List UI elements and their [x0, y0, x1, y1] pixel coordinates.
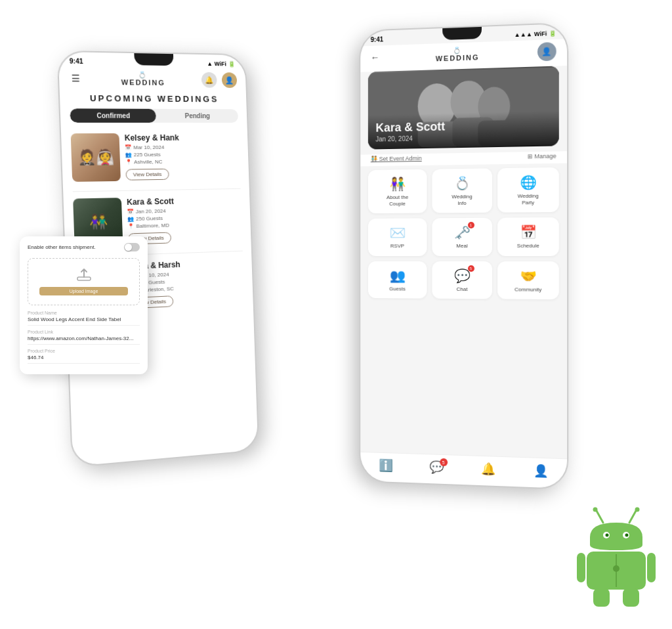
grid-item-couple[interactable]: 👫 About theCouple — [368, 169, 427, 213]
nav-chat[interactable]: 💬 5 — [429, 460, 444, 475]
back-button[interactable]: ← — [371, 52, 380, 62]
svg-point-15 — [625, 534, 629, 537]
svg-point-11 — [635, 508, 640, 512]
upload-icon — [28, 268, 139, 284]
guests-menu-icon: 👥 — [372, 268, 423, 284]
screen-right: 9:41 ▲▲▲ WiFi 🔋 ← 💍 WEDDING 👤 — [360, 24, 567, 488]
battery-icon-right: 🔋 — [549, 30, 556, 37]
upload-image-button[interactable]: Upload Image — [39, 287, 128, 295]
grid-menu: 👫 About theCouple 💍 WeddingInfo 🌐 Weddin… — [360, 163, 567, 304]
grid-item-chat[interactable]: 💬 5 Chat — [432, 261, 492, 299]
user-avatar-left[interactable]: 👤 — [222, 72, 238, 88]
bottom-navigation: ℹ️ 💬 5 🔔 👤 — [360, 452, 567, 488]
battery-icon-left: 🔋 — [228, 60, 236, 67]
svg-point-22 — [613, 565, 620, 572]
manage-button[interactable]: ⊞ Manage — [528, 153, 556, 160]
chat-nav-badge: 5 — [440, 458, 448, 466]
community-label: Community — [501, 286, 555, 293]
android-svg — [574, 504, 659, 609]
user-avatar-right[interactable]: 👤 — [537, 42, 556, 61]
product-name-value: Solid Wood Legs Accent End Side Tabel — [28, 316, 140, 326]
product-name-label: Product Name — [28, 311, 140, 315]
info-nav-icon: ℹ️ — [379, 458, 392, 473]
notch-right — [442, 27, 482, 40]
grid-item-guests[interactable]: 👥 Guests — [368, 261, 427, 299]
meal-badge: 1 — [467, 222, 474, 228]
calendar-icon-2: 📅 — [127, 209, 134, 215]
enable-shipment-toggle[interactable] — [124, 243, 140, 251]
wedding-info-kelsey: Kelsey & Hank 📅 Mar 10, 2024 👥 225 Guest… — [125, 133, 241, 181]
profile-nav-icon: 👤 — [533, 464, 547, 479]
tab-pending[interactable]: Pending — [156, 109, 238, 123]
wedding-logo-right: 💍 WEDDING — [436, 47, 480, 63]
chat-label: Chat — [436, 286, 488, 293]
svg-rect-17 — [577, 553, 585, 582]
meal-icon: 🗝️ — [454, 225, 471, 240]
header-icons-left: 🔔 👤 — [201, 72, 238, 88]
view-details-kelsey[interactable]: View Details — [125, 169, 169, 181]
upload-area[interactable]: Upload Image — [28, 258, 140, 305]
grid-item-wedding-info[interactable]: 💍 WeddingInfo — [432, 168, 492, 213]
nav-profile[interactable]: 👤 — [533, 464, 547, 479]
notification-bell-left[interactable]: 🔔 — [201, 72, 217, 88]
wedding-party-label: WeddingParty — [501, 193, 555, 206]
set-event-admin[interactable]: 🧑‍🤝‍🧑 Set Event Admin — [371, 155, 422, 162]
calendar-icon: 📅 — [125, 144, 131, 150]
guests-icon-2: 👥 — [127, 216, 134, 222]
community-icon: 🤝 — [501, 268, 555, 284]
product-link-value: https://www.amazon.com/Nathan-James-32..… — [28, 336, 140, 345]
wifi-icon-right: WiFi — [534, 30, 547, 37]
toggle-row: Enable other items shipment. — [28, 243, 140, 251]
bell-nav-icon: 🔔 — [480, 462, 495, 477]
wedding-location-kelsey: 📍 Ashville, NC — [125, 158, 240, 165]
hero-banner: Kara & Scott Jan 20, 2024 — [368, 66, 559, 149]
nav-notifications[interactable]: 🔔 — [480, 462, 495, 477]
tab-confirmed[interactable]: Confirmed — [70, 108, 156, 123]
svg-line-10 — [629, 511, 636, 523]
guests-label: Guests — [372, 286, 423, 292]
rsvp-label: RSVP — [372, 243, 423, 249]
svg-line-8 — [597, 511, 603, 523]
rsvp-icon: ✉️ — [372, 225, 423, 240]
android-robot — [574, 504, 659, 603]
grid-item-wedding-party[interactable]: 🌐 WeddingParty — [497, 167, 559, 213]
guests-icon: 👥 — [125, 152, 131, 158]
meal-icon-wrapper: 🗝️ 1 — [454, 225, 471, 243]
hero-overlay: Kara & Scott Jan 20, 2024 — [368, 111, 559, 150]
svg-rect-18 — [647, 553, 656, 582]
toggle-knob — [125, 244, 132, 251]
wedding-photo-kelsey: 🤵👰 — [71, 133, 121, 182]
location-icon-2: 📍 — [127, 223, 134, 229]
ring-icon-left: 💍 — [121, 71, 165, 79]
grid-item-community[interactable]: 🤝 Community — [497, 261, 559, 300]
product-price-label: Product Price — [28, 349, 140, 353]
page-title-left: UPCOMING WEDDINGS — [60, 93, 247, 104]
nav-info[interactable]: ℹ️ — [379, 458, 392, 473]
svg-rect-0 — [77, 277, 91, 280]
location-icon: 📍 — [125, 159, 132, 165]
wedding-date-kelsey: 📅 Mar 10, 2024 — [125, 144, 239, 150]
couple-label: About theCouple — [372, 194, 423, 207]
wedding-guests-kelsey: 👥 225 Guests — [125, 151, 239, 158]
hamburger-menu[interactable]: ☰ — [68, 72, 83, 85]
wifi-icon-left: WiFi — [215, 60, 226, 67]
phone-right: 9:41 ▲▲▲ WiFi 🔋 ← 💍 WEDDING 👤 — [359, 22, 568, 490]
time-right: 9:41 — [371, 35, 383, 43]
scene: 9:41 ▲ WiFi 🔋 ☰ 💍 WEDDING 🔔 — [0, 0, 672, 629]
left-app-header: ☰ 💍 WEDDING 🔔 👤 — [58, 68, 245, 92]
schedule-icon: 📅 — [501, 224, 555, 240]
svg-point-14 — [606, 534, 609, 537]
meal-label: Meal — [436, 243, 488, 249]
toggle-label: Enable other items shipment. — [28, 244, 96, 250]
chat-icon-wrapper: 💬 5 — [454, 268, 471, 286]
time-left: 9:41 — [70, 57, 83, 65]
wedding-info-icon: 💍 — [436, 175, 488, 191]
signal-icon-left: ▲ — [207, 60, 213, 67]
couple-name-kelsey: Kelsey & Hank — [125, 133, 240, 143]
wedding-logo-left: 💍 WEDDING — [121, 71, 165, 87]
grid-item-rsvp[interactable]: ✉️ RSVP — [368, 219, 427, 256]
svg-rect-19 — [593, 588, 610, 607]
grid-item-schedule[interactable]: 📅 Schedule — [497, 217, 559, 256]
grid-item-meal[interactable]: 🗝️ 1 Meal — [432, 218, 492, 256]
chat-badge: 5 — [467, 265, 474, 272]
